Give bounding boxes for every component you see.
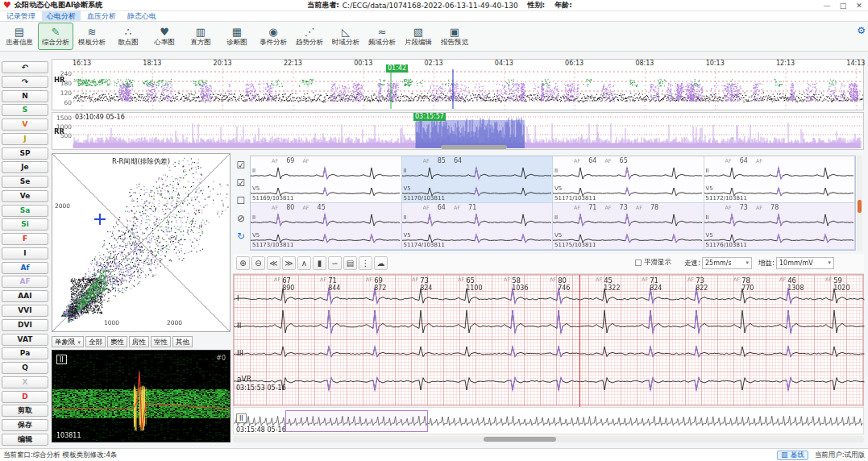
maximize-button[interactable]: □	[837, 2, 849, 10]
toolbar-button-template-analysis[interactable]: ≋模板分析	[74, 23, 110, 50]
scatter-filter-atrial-button[interactable]: 房性	[129, 336, 149, 347]
minimize-button[interactable]: —	[821, 2, 833, 10]
sidebar-beat-D[interactable]: D	[2, 391, 48, 403]
gain-select[interactable]: 10mm/mV ▾	[776, 257, 834, 269]
toolbar-button-fragment-edit[interactable]: ▧片段编辑	[401, 23, 436, 50]
sidebar-beat-DVI[interactable]: DVI	[2, 319, 48, 331]
edit-template-checkbox[interactable]: ☐	[237, 195, 246, 206]
sidebar-beat-X[interactable]: X	[2, 376, 48, 388]
sidebar-beat-SP[interactable]: SP	[2, 147, 48, 160]
toolbar-button-report-preview[interactable]: ▣报告预览	[437, 23, 472, 50]
close-button[interactable]: ✕	[853, 2, 865, 10]
template-cell[interactable]: AF64AF65IIV551171/103811	[553, 156, 704, 203]
sidebar-beat-Q[interactable]: Q	[2, 362, 48, 374]
smooth-display-checkbox[interactable]: 平滑显示	[635, 258, 671, 268]
sidebar-beat-S[interactable]: S	[2, 104, 48, 116]
template-annotation: AF	[725, 205, 732, 211]
tab-static-ecg[interactable]: 静态心电	[123, 11, 161, 21]
template-cell[interactable]: AF64AF71IIV551174/103811	[402, 203, 554, 250]
ecg-cursor-line[interactable]	[579, 275, 580, 407]
baseline-button[interactable]: ▥ 基线	[777, 451, 808, 460]
sidebar-beat-Ve[interactable]: Ve	[2, 190, 48, 202]
tab-ecg-analysis[interactable]: 心电分析	[42, 11, 81, 21]
scatter-filter-sinus-button[interactable]: 窦性	[107, 336, 127, 347]
save-strip-icon[interactable]: ▤	[343, 256, 357, 270]
sidebar-beat-VVI[interactable]: VVI	[2, 305, 48, 317]
baseline-wave-icon[interactable]: ∽	[328, 256, 342, 270]
toolbar-button-patient-info[interactable]: ▤患者信息	[2, 23, 37, 50]
rr-scatter-chart[interactable]	[52, 154, 230, 331]
patient-info-icon: ▤	[15, 26, 24, 38]
ecg-main-strip[interactable]: AF67890AF71844AF69872AF73824AF651100AF58…	[233, 274, 864, 406]
hr-trend-chart[interactable]	[52, 69, 863, 110]
hr-event-badge[interactable]: 01:42	[386, 64, 408, 73]
sidebar-undo-button[interactable]: ↶	[2, 61, 48, 73]
scatter-quadrant-mode-button[interactable]: 单象限▾	[52, 336, 84, 347]
page-prev-icon[interactable]: ≪	[267, 256, 280, 270]
settings-gear-icon[interactable]: ⚙	[857, 25, 866, 36]
toolbar-button-frequency-domain-analysis[interactable]: ≈频域分析	[364, 23, 400, 50]
sidebar-beat-Se[interactable]: Se	[2, 176, 48, 188]
sidebar-beat-Je[interactable]: Je	[2, 161, 48, 173]
toolbar-button-comprehensive-analysis[interactable]: ✎综合分析	[38, 23, 73, 50]
sidebar-beat-N[interactable]: N	[2, 90, 48, 102]
rr-horizontal-scrollbar[interactable]	[441, 145, 507, 149]
sidebar-beat-F[interactable]: F	[2, 233, 48, 245]
toolbar-button-event-analysis[interactable]: ◉事件分析	[255, 23, 291, 50]
template-vertical-scrollbar[interactable]	[857, 156, 862, 251]
checkbox-icon	[635, 260, 642, 266]
caliper-icon[interactable]: ∧	[297, 256, 311, 270]
sidebar-beat-AF[interactable]: AF	[2, 276, 48, 288]
toolbar-button-trend-analysis[interactable]: ⋰趋势分析	[292, 23, 327, 50]
sidebar-beat-I[interactable]: I	[2, 247, 48, 260]
toolbar-button-histogram[interactable]: ▥直方图	[183, 23, 218, 50]
toolbar-button-scatter-plot[interactable]: ∴散点图	[110, 23, 146, 50]
tab-record-management[interactable]: 记录管理	[2, 11, 40, 21]
template-cell[interactable]: AF69AFIIV551169/103811	[251, 156, 402, 203]
sidebar-cut-button[interactable]: 剪取	[2, 405, 48, 417]
rhythm-selection[interactable]	[285, 410, 428, 432]
toolbar-button-time-domain-analysis[interactable]: ◺时域分析	[328, 23, 363, 50]
marker-icon[interactable]: ▮	[313, 256, 326, 270]
select-page-checkbox[interactable]: ☑	[237, 177, 246, 189]
template-cell[interactable]: AF8564IIV551170/103811	[402, 156, 554, 203]
sidebar-beat-VAT[interactable]: VAT	[2, 334, 48, 346]
zoom-in-icon[interactable]: ⊕	[236, 256, 250, 270]
template-scrollbar-thumb[interactable]	[858, 200, 862, 213]
template-cell[interactable]: AF73AF78IIV551176/103811	[704, 203, 856, 250]
sidebar-beat-AAI[interactable]: AAI	[2, 290, 48, 302]
ecg-scrollbar-thumb[interactable]	[484, 437, 556, 442]
exclude-icon[interactable]: ⊘	[237, 213, 245, 224]
template-cell[interactable]: AF64AFIIV551172/103811	[704, 156, 856, 203]
select-all-checkbox[interactable]: ☑	[237, 160, 246, 171]
sidebar-beat-J[interactable]: J	[2, 133, 48, 145]
toolbar-button-heart-rate-chart[interactable]: ♥心率图	[147, 23, 182, 50]
sidebar-save-button[interactable]: 保存	[2, 419, 48, 431]
sidebar-beat-V[interactable]: V	[2, 118, 48, 131]
template-cell[interactable]: AF71AF73AF78IIV551175/103811	[553, 203, 704, 250]
speed-select[interactable]: 25mm/s ▾	[702, 257, 752, 269]
scatter-filter-all-button[interactable]: 全部	[85, 336, 106, 347]
scatter-filter-ventricular-button[interactable]: 室性	[151, 336, 171, 347]
refresh-icon[interactable]: ↻	[237, 230, 245, 242]
page-next-icon[interactable]: ≫	[282, 256, 296, 270]
tab-bp-analysis[interactable]: 血压分析	[82, 11, 121, 21]
sidebar-beat-Si[interactable]: Si	[2, 218, 48, 230]
sidebar-beat-Pa[interactable]: Pa	[2, 347, 48, 359]
template-cell[interactable]: AF80AF45IIV551173/103811	[251, 203, 402, 250]
rr-event-badge[interactable]: 03:15:57	[413, 113, 446, 121]
cloud-upload-icon[interactable]: ☁	[374, 256, 388, 270]
rhythm-strip[interactable]: II 03:15:48 05-16	[233, 407, 864, 434]
template-annotation: 85	[438, 157, 446, 164]
more-options-icon[interactable]: ⋮	[359, 256, 372, 270]
zoom-out-icon[interactable]: ⊖	[251, 256, 265, 270]
toolbar-button-diagnosis-chart[interactable]: ▦诊断图	[219, 23, 255, 50]
waterfall-chart[interactable]	[52, 351, 230, 442]
sidebar-redo-button[interactable]: ↷	[2, 76, 48, 88]
sidebar-beat-Sa[interactable]: Sa	[2, 205, 48, 217]
beat-annotation: AF451322	[596, 276, 621, 292]
sidebar-beat-Af[interactable]: Af	[2, 262, 48, 274]
scatter-filter-other-button[interactable]: 其他	[172, 336, 193, 347]
sidebar-edit-button[interactable]: 编辑	[2, 434, 48, 446]
ecg-horizontal-scrollbar[interactable]	[233, 436, 864, 442]
